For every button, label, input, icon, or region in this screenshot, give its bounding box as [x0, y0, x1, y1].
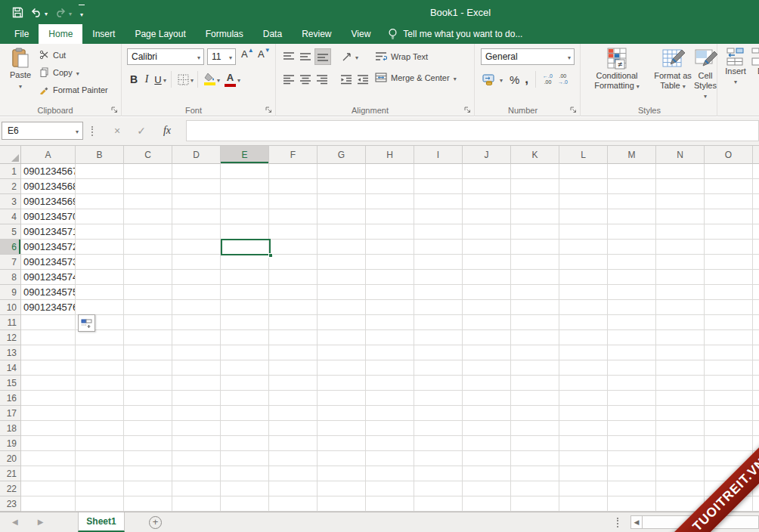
- cell-A8[interactable]: 0901234574: [21, 270, 76, 285]
- tab-insert[interactable]: Insert: [82, 24, 125, 44]
- cell-G5[interactable]: [318, 224, 366, 240]
- align-center-button[interactable]: [298, 71, 313, 88]
- cell-L15[interactable]: [559, 376, 608, 391]
- cell-F20[interactable]: [269, 451, 318, 466]
- cell-B12[interactable]: [76, 330, 124, 345]
- cell-N16[interactable]: [656, 391, 705, 406]
- cell-F6[interactable]: [269, 240, 318, 255]
- row-header-12[interactable]: 12: [0, 330, 21, 345]
- cell-J4[interactable]: [463, 209, 511, 224]
- cell-M22[interactable]: [608, 481, 656, 496]
- copy-dropdown-caret[interactable]: [76, 68, 79, 77]
- cell-F9[interactable]: [269, 285, 318, 300]
- cell-G19[interactable]: [318, 436, 366, 451]
- cell-H15[interactable]: [366, 376, 414, 391]
- cell-M18[interactable]: [608, 421, 656, 436]
- column-header-D[interactable]: D: [172, 146, 221, 164]
- cell-F1[interactable]: [269, 164, 318, 179]
- column-header-C[interactable]: C: [124, 146, 172, 164]
- cell-D2[interactable]: [172, 179, 221, 194]
- cell-I14[interactable]: [414, 360, 463, 376]
- cell-E21[interactable]: [221, 466, 269, 481]
- cell-J7[interactable]: [463, 255, 511, 270]
- cell-K6[interactable]: [511, 240, 559, 255]
- number-dialog-launcher-icon[interactable]: [570, 107, 577, 113]
- tell-me-box[interactable]: Tell me what you want to do...: [380, 24, 522, 44]
- cell-H13[interactable]: [366, 345, 414, 360]
- cell-J5[interactable]: [463, 224, 511, 240]
- row-header-14[interactable]: 14: [0, 360, 21, 376]
- cell-O8[interactable]: [705, 270, 753, 285]
- cell-E19[interactable]: [221, 436, 269, 451]
- cell-F15[interactable]: [269, 376, 318, 391]
- cell-B3[interactable]: [76, 194, 124, 209]
- cell-K7[interactable]: [511, 255, 559, 270]
- cell-G8[interactable]: [318, 270, 366, 285]
- cell-O11[interactable]: [705, 315, 753, 330]
- cell-H19[interactable]: [366, 436, 414, 451]
- cell-O14[interactable]: [705, 360, 753, 376]
- percent-style-button[interactable]: %: [508, 71, 521, 88]
- cell-J17[interactable]: [463, 406, 511, 421]
- increase-indent-button[interactable]: [355, 71, 370, 88]
- cell-A4[interactable]: 0901234570: [21, 209, 76, 224]
- cell-A18[interactable]: [21, 421, 76, 436]
- cell-M13[interactable]: [608, 345, 656, 360]
- cell-D20[interactable]: [172, 451, 221, 466]
- cell-D3[interactable]: [172, 194, 221, 209]
- cell-G21[interactable]: [318, 466, 366, 481]
- merge-center-button[interactable]: Merge & Center: [375, 73, 457, 82]
- cell-H17[interactable]: [366, 406, 414, 421]
- cell-K15[interactable]: [511, 376, 559, 391]
- row-header-20[interactable]: 20: [0, 451, 21, 466]
- cell-N1[interactable]: [656, 164, 705, 179]
- cell-C9[interactable]: [124, 285, 172, 300]
- copy-button[interactable]: Copy: [39, 67, 79, 77]
- cell-E13[interactable]: [221, 345, 269, 360]
- cell-C5[interactable]: [124, 224, 172, 240]
- tab-data[interactable]: Data: [253, 24, 292, 44]
- cell-B5[interactable]: [76, 224, 124, 240]
- cell-F23[interactable]: [269, 496, 318, 512]
- cell-K21[interactable]: [511, 466, 559, 481]
- cell-I17[interactable]: [414, 406, 463, 421]
- cell-I1[interactable]: [414, 164, 463, 179]
- cell-F21[interactable]: [269, 466, 318, 481]
- cell-M23[interactable]: [608, 496, 656, 512]
- cell-E8[interactable]: [221, 270, 269, 285]
- cell-K8[interactable]: [511, 270, 559, 285]
- cell-K18[interactable]: [511, 421, 559, 436]
- insert-cells-button[interactable]: Insert: [721, 47, 750, 86]
- cell-B7[interactable]: [76, 255, 124, 270]
- cell-B22[interactable]: [76, 481, 124, 496]
- cell-D11[interactable]: [172, 315, 221, 330]
- cell-F22[interactable]: [269, 481, 318, 496]
- cell-K22[interactable]: [511, 481, 559, 496]
- cell-K3[interactable]: [511, 194, 559, 209]
- cell-J10[interactable]: [463, 300, 511, 315]
- cell-D14[interactable]: [172, 360, 221, 376]
- row-header-8[interactable]: 8: [0, 270, 21, 285]
- cell-H10[interactable]: [366, 300, 414, 315]
- cell-G11[interactable]: [318, 315, 366, 330]
- cell-B10[interactable]: [76, 300, 124, 315]
- cell-C7[interactable]: [124, 255, 172, 270]
- scroll-left-arrow[interactable]: ◀: [630, 515, 643, 529]
- cell-M6[interactable]: [608, 240, 656, 255]
- cell-N7[interactable]: [656, 255, 705, 270]
- cell-L14[interactable]: [559, 360, 608, 376]
- cell-H12[interactable]: [366, 330, 414, 345]
- cell-M3[interactable]: [608, 194, 656, 209]
- cell-H5[interactable]: [366, 224, 414, 240]
- cell-A23[interactable]: [21, 496, 76, 512]
- cell-D23[interactable]: [172, 496, 221, 512]
- row-header-11[interactable]: 11: [0, 315, 21, 330]
- cell-H4[interactable]: [366, 209, 414, 224]
- cell-J19[interactable]: [463, 436, 511, 451]
- accounting-format-caret[interactable]: [500, 75, 503, 84]
- cell-A7[interactable]: 0901234573: [21, 255, 76, 270]
- cell-I7[interactable]: [414, 255, 463, 270]
- cell-O15[interactable]: [705, 376, 753, 391]
- cell-K4[interactable]: [511, 209, 559, 224]
- cell-B9[interactable]: [76, 285, 124, 300]
